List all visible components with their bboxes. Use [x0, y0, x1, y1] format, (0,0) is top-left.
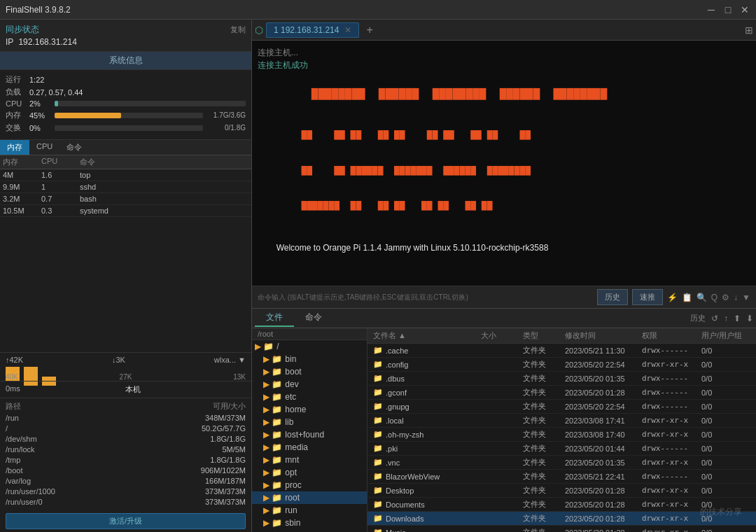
fm-file-row[interactable]: 📁 Music 文件夹 2023/05/20 01:28 drwxr-xr-x … [368, 526, 756, 532]
file-manager: 文件 命令 历史 ↺ ↑ ⬆ ⬇ /root ▶ 📁 / [252, 308, 756, 532]
fm-tab-files[interactable]: 文件 [255, 309, 294, 327]
tree-item[interactable]: ▶ 📁 media [252, 441, 367, 454]
tree-item[interactable]: ▶ 📁 lib [252, 416, 367, 428]
term-logo-3: ██ ██ ██████ ███████ ██████ ████████ [258, 154, 750, 190]
mem-bar [55, 113, 203, 118]
tree-item[interactable]: ▶ 📁 selinux [252, 529, 367, 532]
fm-file-row[interactable]: 📁 .gconf 文件夹 2023/05/20 01:28 drwx------… [368, 386, 756, 400]
terminal-icon: ⬡ [255, 24, 263, 36]
search-icon2[interactable]: 🔍 [696, 293, 707, 302]
app-title: FinalShell 3.9.8.2 [6, 5, 71, 15]
fm-file-row[interactable]: 📁 Desktop 文件夹 2023/05/20 01:28 drwxr-xr-… [368, 484, 756, 498]
minimize-button[interactable]: ─ [706, 4, 717, 15]
grid-view-button[interactable]: ⊞ [745, 24, 753, 36]
upgrade-button[interactable]: 激活/升级 [6, 513, 246, 529]
net-val-2: 27K [120, 373, 132, 381]
fm-col-time[interactable]: 修改时间 [565, 330, 642, 341]
load-label: 负载 [6, 87, 25, 97]
proc-row[interactable]: 3.2M 0.7 bash [0, 193, 251, 205]
proc-row[interactable]: 10.5M 0.3 systemd [0, 205, 251, 217]
tree-item[interactable]: ▶ 📁 proc [252, 479, 367, 491]
disk-row: /var/log 166M/187M [6, 476, 246, 486]
proc-row[interactable]: 4M 1.6 top [0, 169, 251, 181]
proc-col-cmd: 命令 [80, 157, 248, 167]
proc-row[interactable]: 9.9M 1 sshd [0, 181, 251, 193]
fm-upload-btn[interactable]: ⬆ [734, 314, 741, 323]
fm-col-name[interactable]: 文件名 ▲ [373, 330, 481, 341]
download-icon[interactable]: ↓ [734, 293, 738, 302]
tree-item[interactable]: ▶ 📁 boot [252, 365, 367, 378]
fm-download-btn[interactable]: ⬇ [746, 314, 753, 323]
fm-tabs: 文件 命令 历史 ↺ ↑ ⬆ ⬇ [252, 309, 756, 328]
fm-col-perm[interactable]: 权限 [642, 330, 701, 341]
disk-row: /run/lock 5M/5M [6, 444, 246, 454]
fm-col-owner[interactable]: 用户/用户组 [701, 330, 750, 341]
net-iface: wlxa... ▼ [214, 356, 246, 364]
fm-history-label: 历史 [690, 313, 706, 323]
disk-section: 路径 可用/大小 /run 348M/373M / 50.2G/57.7G /d… [0, 398, 251, 510]
settings-icon[interactable]: ⚙ [722, 293, 729, 302]
copy-button[interactable]: 复制 [230, 24, 246, 35]
tree-item[interactable]: ▶ 📁 run [252, 504, 367, 517]
disk-path-header: 路径 [6, 401, 69, 412]
swap-bar [55, 125, 203, 131]
fm-file-row[interactable]: 📁 .pki 文件夹 2023/05/20 01:44 drwx------ 0… [368, 442, 756, 456]
term-sysinfo-1: System load: 4% Up time: 1:22 Local user… [258, 271, 750, 286]
disk-row: /tmp 1.8G/1.8G [6, 455, 246, 465]
fm-file-row[interactable]: 📁 .vnc 文件夹 2023/05/20 01:35 drwxr-xr-x 0… [368, 456, 756, 470]
fm-col-type[interactable]: 类型 [523, 330, 565, 341]
maximize-button[interactable]: □ [722, 4, 734, 15]
fm-file-row[interactable]: 📁 .cache 文件夹 2023/05/21 11:30 drwx------… [368, 344, 756, 358]
net-val-1: 40K [6, 373, 18, 381]
terminal-area[interactable]: 连接主机... 连接主机成功 ████████ ██████ ████████ … [252, 41, 756, 286]
close-button[interactable]: ✕ [739, 4, 750, 15]
ping-section: 0ms 本机 [0, 381, 251, 398]
fm-file-row[interactable]: 📁 .config 文件夹 2023/05/20 22:54 drwxr-xr-… [368, 358, 756, 372]
fm-file-row[interactable]: 📁 Downloads 文件夹 2023/05/20 01:28 drwxr-x… [368, 512, 756, 526]
tree-item[interactable]: ▶ 📁 sbin [252, 517, 367, 529]
right-panel: ⬡ 1 192.168.31.214 ✕ + ⊞ 连接主机... 连接主机成功 … [252, 20, 756, 532]
fm-file-row[interactable]: 📁 .local 文件夹 2023/03/08 17:41 drwxr-xr-x… [368, 414, 756, 428]
tab-close-button[interactable]: ✕ [344, 25, 351, 35]
proc-tab-cmd[interactable]: 命令 [59, 140, 89, 155]
fm-file-row[interactable]: 📁 .dbus 文件夹 2023/05/20 01:35 drwx------ … [368, 372, 756, 386]
history-button[interactable]: 历史 [597, 289, 628, 305]
proc-tab-mem[interactable]: 内存 [0, 140, 29, 155]
disk-row: /run/user/1000 373M/373M [6, 486, 246, 496]
swap-label: 交换 [6, 122, 25, 133]
tree-item[interactable]: ▶ 📁 dev [252, 378, 367, 391]
term-logo-4: ███████ ██ ██ ██ ██ ██ ██ ██ [258, 190, 750, 225]
terminal-tab[interactable]: 1 192.168.31.214 ✕ [266, 22, 359, 38]
tree-item[interactable]: ▶ 📁 bin [252, 353, 367, 365]
tree-item[interactable]: ▶ 📁 home [252, 403, 367, 416]
fm-col-size[interactable]: 大小 [481, 330, 523, 341]
tree-item[interactable]: ▶ 📁 mnt [252, 454, 367, 466]
tree-item[interactable]: ▶ 📁 lost+found [252, 428, 367, 441]
tree-item[interactable]: ▶ 📁 etc [252, 391, 367, 403]
lightning-icon[interactable]: ⚡ [667, 293, 678, 302]
mem-bar-fill [55, 113, 121, 118]
tree-item[interactable]: ▶ 📁 root [252, 491, 367, 504]
proc-col-cpu: CPU [41, 157, 80, 167]
fm-up-btn[interactable]: ↑ [724, 314, 728, 323]
fm-file-row[interactable]: 📁 .gnupg 文件夹 2023/05/20 22:54 drwx------… [368, 400, 756, 414]
fm-file-row[interactable]: 📁 .oh-my-zsh 文件夹 2023/03/08 17:40 drwxr-… [368, 428, 756, 442]
fm-file-row[interactable]: 📁 BlazorWebView 文件夹 2023/05/21 22:41 drw… [368, 470, 756, 484]
q-icon[interactable]: Q [711, 293, 718, 302]
disk-rows: /run 348M/373M / 50.2G/57.7G /dev/shm 1.… [6, 413, 246, 507]
fm-refresh-btn[interactable]: ↺ [711, 314, 718, 323]
chevron-icon[interactable]: ▼ [742, 293, 750, 302]
proc-tab-cpu[interactable]: CPU [29, 140, 59, 155]
swap-pct: 0% [29, 124, 50, 132]
tree-item[interactable]: ▶ 📁 opt [252, 466, 367, 479]
clipboard-icon[interactable]: 📋 [682, 293, 692, 302]
fm-file-row[interactable]: 📁 Documents 文件夹 2023/05/20 01:28 drwxr-x… [368, 498, 756, 512]
load-value: 0.27, 0.57, 0.44 [29, 88, 83, 97]
tree-item[interactable]: ▶ 📁 / [252, 340, 367, 353]
tab-label: 1 192.168.31.214 [274, 25, 339, 35]
speed-button[interactable]: 速推 [632, 289, 663, 305]
new-tab-button[interactable]: + [360, 22, 378, 38]
fm-tab-cmd[interactable]: 命令 [294, 309, 333, 327]
fm-file-rows: 📁 .cache 文件夹 2023/05/21 11:30 drwx------… [368, 344, 756, 532]
ip-value: 192.168.31.214 [18, 37, 76, 47]
